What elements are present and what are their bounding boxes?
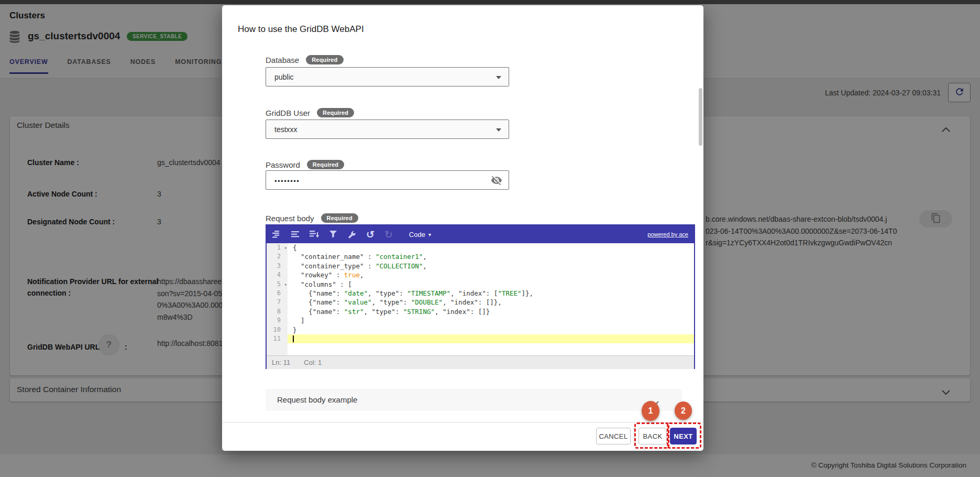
modal-scrollbar[interactable] [699, 88, 702, 146]
chevron-down-icon [496, 128, 501, 132]
user-select-value: testxxx [274, 125, 298, 134]
filter-icon[interactable] [329, 231, 337, 238]
json-editor: ↺ ↻ Code ▾ powered by ace 1▾{2 "containe… [266, 224, 695, 369]
undo-icon[interactable]: ↺ [366, 230, 375, 240]
required-badge: Required [307, 160, 344, 169]
repair-wrench-icon[interactable] [347, 230, 356, 239]
step-2-marker: 2 [675, 402, 692, 420]
dialog-title: How to use the GridDB WebAPI [238, 24, 364, 35]
request-body-label: Request body Required [266, 213, 358, 223]
chevron-down-icon: ▾ [428, 232, 431, 237]
griddb-user-select[interactable]: testxxx [266, 120, 509, 139]
powered-by-ace-link[interactable]: powered by ace [647, 231, 688, 237]
database-field-label: Database Required [266, 55, 344, 64]
column-indicator: Col: 1 [304, 359, 322, 366]
line-indicator: Ln: 11 [272, 359, 290, 366]
cancel-button[interactable]: CANCEL [596, 428, 631, 445]
step-1-marker: 1 [642, 401, 659, 421]
password-masked-value: •••••••• [274, 177, 300, 185]
visibility-off-icon[interactable] [491, 175, 502, 188]
editor-statusbar: Ln: 11 Col: 1 [267, 355, 694, 369]
example-label: Request body example [277, 395, 357, 404]
back-button-highlight [634, 422, 669, 449]
user-field-label: GridDB User Required [266, 108, 354, 117]
sort-icon[interactable] [310, 231, 320, 238]
mode-select[interactable]: Code ▾ [409, 231, 431, 238]
dialog-footer [222, 422, 703, 451]
webapi-dialog: How to use the GridDB WebAPI Database Re… [222, 5, 703, 451]
password-field-label: Password Required [266, 160, 344, 169]
format-icon[interactable] [272, 231, 281, 238]
required-badge: Required [321, 213, 358, 223]
next-button-highlight [667, 422, 701, 449]
database-select[interactable]: public [266, 67, 509, 86]
compact-icon[interactable] [291, 231, 300, 237]
request-body-example-toggle[interactable]: Request body example [266, 389, 682, 411]
required-badge: Required [317, 108, 354, 117]
chevron-down-icon [496, 76, 501, 79]
required-badge: Required [306, 55, 343, 64]
redo-icon: ↻ [384, 230, 393, 240]
code-lines[interactable]: 1▾{2 "container_name" : "container1",3 "… [267, 243, 694, 355]
database-select-value: public [274, 73, 294, 81]
editor-toolbar: ↺ ↻ Code ▾ powered by ace [267, 225, 694, 243]
screen: Clusters gs_clustertsdv0004 SERVICE_STAB… [0, 0, 980, 477]
password-input[interactable]: •••••••• [266, 170, 509, 190]
